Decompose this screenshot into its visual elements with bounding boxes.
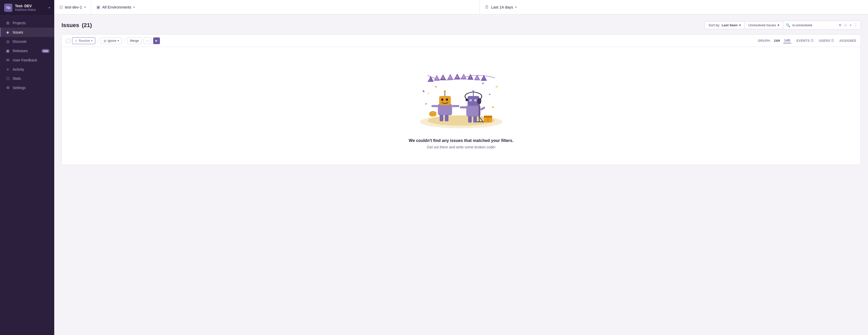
sidebar-item-label: Discover [13, 39, 50, 44]
ignore-icon: ◎ [103, 39, 106, 42]
select-all-checkbox[interactable] [66, 39, 70, 43]
chevron-down-icon: ▾ [91, 39, 92, 42]
stream-button[interactable]: ▶ [153, 37, 160, 44]
sidebar-item-releases[interactable]: ▣ Releases new [0, 46, 54, 56]
events-label: EVENTS [797, 39, 810, 42]
merge-button[interactable]: Merge [127, 37, 142, 44]
time-14d-button[interactable]: 14d [783, 38, 792, 43]
search-bar: 🔍 is:unresolved ✕ ☆ + ⋮ [783, 21, 861, 30]
page-content: Issues (21) Sort by: Last Seen ▾ Unresol… [54, 14, 868, 335]
more-options-button[interactable]: ··· [144, 37, 151, 44]
svg-rect-27 [423, 90, 425, 92]
sidebar-nav: ⊞ Projects ◈ Issues ◎ Discover ▣ Release… [0, 16, 54, 335]
separator [124, 38, 125, 43]
svg-point-49 [477, 98, 481, 104]
svg-rect-39 [430, 113, 436, 116]
svg-rect-25 [425, 103, 427, 105]
sidebar-item-issues[interactable]: ◈ Issues [0, 28, 54, 37]
svg-rect-20 [435, 86, 437, 88]
project-name: test-dev-1 [65, 5, 82, 9]
ignore-button[interactable]: ◎ Ignore ▾ [101, 37, 122, 44]
date-label: Last 14 days [491, 5, 513, 9]
svg-rect-43 [474, 99, 476, 101]
project-selector[interactable]: ⊡ test-dev-1 ▾ [54, 0, 91, 14]
svg-text:G: G [449, 76, 451, 79]
environment-icon: ▣ [96, 5, 100, 9]
clear-search-icon[interactable]: ✕ [838, 23, 842, 28]
info-icon: ⓘ [831, 39, 834, 42]
svg-rect-54 [468, 116, 472, 123]
sidebar-item-stats[interactable]: ⬡ Stats [0, 74, 54, 83]
projects-icon: ⊞ [5, 21, 10, 25]
issues-icon: ◈ [5, 30, 10, 35]
merge-label: Merge [130, 39, 139, 42]
sidebar-item-label: Projects [13, 21, 50, 25]
chevron-down-icon: ▾ [739, 23, 741, 27]
svg-text:A: A [463, 76, 464, 79]
graph-label: GRAPH: [758, 39, 771, 42]
svg-rect-26 [495, 86, 498, 88]
chevron-down-icon: ▾ [133, 5, 135, 9]
svg-rect-52 [460, 106, 467, 108]
search-icon: 🔍 [786, 23, 790, 27]
time-24h-button[interactable]: 24h [773, 38, 781, 43]
sidebar-item-label: User Feedback [13, 58, 50, 62]
sidebar-item-discover[interactable]: ◎ Discover [0, 37, 54, 46]
feedback-icon: ✉ [5, 58, 10, 63]
status-filter-button[interactable]: Unresolved Issues ▾ [745, 21, 783, 29]
sidebar-item-label: Settings [13, 86, 50, 90]
sidebar-item-label: Activity [13, 67, 50, 71]
svg-rect-53 [480, 106, 486, 111]
resolve-button[interactable]: ✓ Resolve ▾ [72, 37, 95, 44]
discover-icon: ◎ [5, 39, 10, 44]
svg-point-44 [466, 99, 468, 101]
svg-point-47 [472, 90, 474, 92]
releases-badge: new [41, 49, 50, 53]
svg-rect-40 [466, 105, 480, 116]
settings-icon: ⚙ [5, 86, 10, 90]
sidebar-item-label: Issues [13, 30, 50, 34]
svg-text:S: S [476, 77, 478, 79]
issues-table: ✓ Resolve ▾ ◎ Ignore ▾ Merge ··· ▶ [61, 34, 861, 165]
svg-rect-34 [431, 105, 439, 107]
svg-text:O: O [436, 77, 438, 80]
calendar-icon: 🗓 [485, 5, 489, 9]
table-toolbar: ✓ Resolve ▾ ◎ Ignore ▾ Merge ··· ▶ [62, 35, 861, 47]
topbar: ⊡ test-dev-1 ▾ ▣ All Environments ▾ 🗓 La… [54, 0, 868, 14]
assignee-label: ASSIGNEE [839, 39, 857, 42]
svg-rect-42 [469, 99, 472, 101]
svg-rect-28 [438, 104, 452, 115]
options-icon[interactable]: ⋮ [854, 23, 858, 28]
sidebar: TD Test- DEV Matthew Makai ▾ ⊞ Projects … [0, 0, 54, 335]
sidebar-item-label: Stats [13, 76, 50, 80]
add-icon[interactable]: + [849, 23, 852, 28]
table-columns: GRAPH: 24h 14d EVENTS ⓘ USERS ⓘ ASSIGNEE [758, 38, 857, 43]
empty-subtitle: Get out there and write some broken code… [427, 145, 495, 149]
empty-title: We couldn't find any issues that matched… [409, 138, 513, 143]
environment-selector[interactable]: ▣ All Environments ▾ [91, 0, 480, 14]
chevron-down-icon: ▾ [49, 6, 50, 9]
date-selector[interactable]: 🗓 Last 14 days ▾ [480, 0, 868, 14]
sidebar-item-settings[interactable]: ⚙ Settings [0, 83, 54, 92]
user-name: Matthew Makai [15, 8, 46, 11]
sidebar-item-activity[interactable]: ≡ Activity [0, 65, 54, 74]
svg-point-33 [444, 90, 446, 92]
sort-button[interactable]: Sort by: Last Seen ▾ [705, 21, 745, 29]
empty-state: C O N G R [62, 47, 861, 165]
page-title: Issues (21) [61, 22, 92, 29]
svg-rect-35 [452, 105, 459, 107]
sidebar-item-user-feedback[interactable]: ✉ User Feedback [0, 56, 54, 65]
svg-rect-55 [473, 116, 477, 123]
checkmark-icon: ✓ [75, 39, 78, 42]
search-query[interactable]: is:unresolved [792, 23, 836, 27]
svg-rect-31 [446, 99, 448, 101]
svg-text:R: R [456, 76, 458, 79]
svg-rect-36 [440, 115, 443, 121]
pin-icon[interactable]: ☆ [844, 23, 847, 28]
users-column: USERS ⓘ [819, 39, 834, 42]
svg-rect-30 [441, 99, 443, 101]
svg-text:C: C [429, 78, 430, 81]
sidebar-item-projects[interactable]: ⊞ Projects [0, 18, 54, 28]
org-header[interactable]: TD Test- DEV Matthew Makai ▾ [0, 0, 54, 16]
filter-bar: Sort by: Last Seen ▾ Unresolved Issues ▾… [705, 21, 861, 30]
